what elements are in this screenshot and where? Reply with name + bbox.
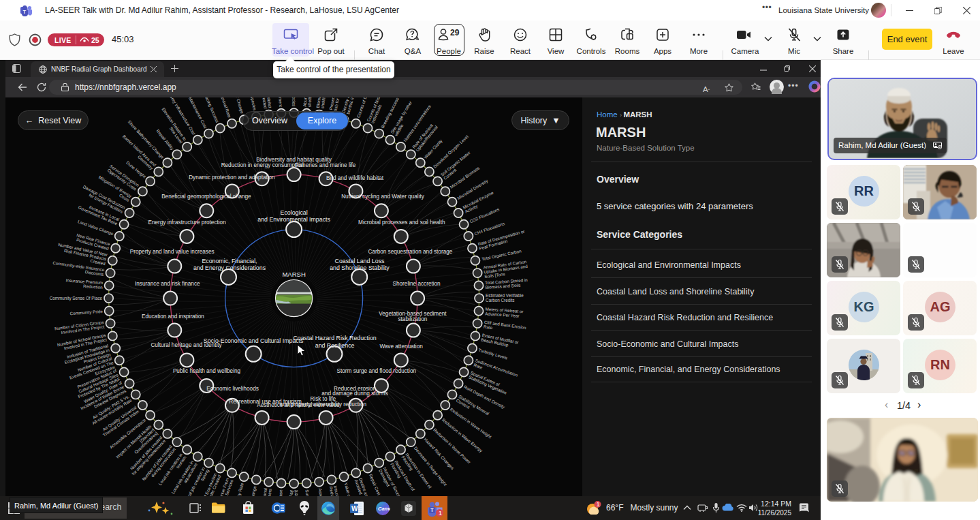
svg-text:Assessment Scores: Assessment Scores — [318, 488, 328, 496]
svg-text:Canva: Canva — [378, 506, 390, 512]
svg-text:Education and inspiration: Education and inspiration — [142, 313, 204, 320]
svg-text:Carbon sequestration and stora: Carbon sequestration and storage — [368, 249, 452, 255]
svg-text:stabilization: stabilization — [398, 316, 428, 322]
svg-text:1: 1 — [597, 501, 600, 508]
svg-text:1: 1 — [439, 509, 442, 517]
svg-text:Cultural heritage and identity: Cultural heritage and identity — [151, 342, 222, 348]
svg-text:Storm surge and flood reductio: Storm surge and flood reduction — [337, 368, 417, 374]
svg-text:and Shoreline Stability: and Shoreline Stability — [330, 264, 390, 271]
svg-text:Number of fish species: Number of fish species — [291, 97, 296, 106]
svg-text:Assessment: Assessment — [294, 490, 298, 496]
svg-text:Nutrient cycling and Water qua: Nutrient cycling and Water quality — [341, 194, 425, 200]
svg-text:Public health and wellbeing: Public health and wellbeing — [173, 368, 241, 374]
svg-text:Number of Plant Species: Number of Plant Species — [242, 97, 257, 111]
svg-text:T: T — [23, 9, 27, 15]
svg-text:Dynamic protection and adaptat: Dynamic protection and adaptation — [189, 174, 275, 181]
svg-text:shellfish: shellfish — [306, 97, 313, 107]
svg-text:Carbon Credits: Carbon Credits — [486, 298, 514, 303]
svg-text:Reduction in Wave Power: Reduction in Wave Power — [432, 427, 472, 464]
svg-text:Time to Establishment: Time to Establishment — [276, 97, 283, 107]
svg-text:Created: Created — [262, 97, 268, 109]
svg-text:Survey of Visitor Change: Survey of Visitor Change — [242, 485, 257, 496]
svg-text:Property Value Increase: Property Value Increase — [275, 489, 284, 496]
svg-text:Beneficial geomorphological ch: Beneficial geomorphological change — [161, 194, 251, 200]
svg-text:Fisheries and marine life: Fisheries and marine life — [295, 162, 356, 168]
svg-text:Reduction in Wave Energy: Reduction in Wave Energy — [441, 417, 484, 454]
svg-text:W: W — [351, 505, 358, 513]
svg-text:T: T — [430, 508, 434, 513]
svg-text:Shoreline accretion: Shoreline accretion — [393, 281, 441, 287]
svg-text:CH4 Fluxuations: CH4 Fluxuations — [474, 221, 505, 236]
svg-text:Reduction in energy consumptio: Reduction in energy consumption — [221, 162, 304, 168]
svg-text:shellfish: shellfish — [320, 97, 327, 109]
svg-text:Community Sense Of Place: Community Sense Of Place — [50, 296, 103, 301]
svg-text:Economic livelihoods: Economic livelihoods — [206, 386, 258, 392]
svg-text:and Environmental Impacts: and Environmental Impacts — [257, 216, 330, 223]
svg-text:Energy infrastructure protecti: Energy infrastructure protection — [148, 219, 226, 226]
svg-text:Users: Users — [266, 488, 272, 496]
svg-text:Wave attenuation: Wave attenuation — [379, 343, 423, 350]
svg-text:Ecological: Ecological — [281, 209, 308, 216]
svg-text:Bird and wildlife habitat: Bird and wildlife habitat — [326, 175, 384, 181]
svg-text:Coastal Hazard Risk Reduction: Coastal Hazard Risk Reduction — [293, 335, 376, 341]
svg-text:Recreational use and tourism: Recreational use and tourism — [229, 399, 302, 405]
svg-text:Insurance and risk finance: Insurance and risk finance — [135, 281, 200, 287]
svg-text:Rate: Rate — [484, 324, 494, 331]
svg-text:MARSH: MARSH — [282, 271, 305, 278]
svg-text:and Resilience: and Resilience — [315, 342, 355, 349]
svg-text:Microbial processes and soil h: Microbial processes and soil health — [358, 219, 445, 226]
svg-text:Coastal Land Loss: Coastal Land Loss — [335, 258, 385, 264]
svg-text:Property and land value increa: Property and land value increases — [130, 249, 215, 255]
svg-text:Survey Indices: Survey Indices — [304, 489, 312, 496]
svg-text:Reduction: Reduction — [83, 284, 103, 290]
svg-text:Economic, Financial,: Economic, Financial, — [202, 258, 257, 264]
svg-text:Turbidity Levels: Turbidity Levels — [478, 348, 508, 361]
svg-text:29: 29 — [450, 28, 460, 37]
svg-text:and Energy Considerations: and Energy Considerations — [193, 264, 266, 271]
svg-text:Community Pride: Community Pride — [69, 309, 103, 316]
